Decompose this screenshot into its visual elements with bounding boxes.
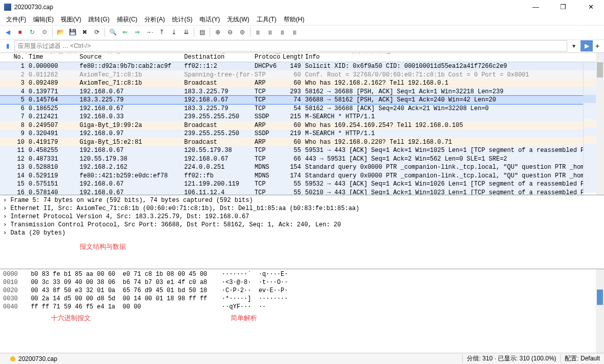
menu-item[interactable]: 视图(V) xyxy=(58,14,84,25)
packet-row[interactable]: 50.145764183.3.225.79192.168.0.67TCP7436… xyxy=(0,96,604,105)
find-icon[interactable]: 🔍 xyxy=(107,27,118,38)
restart-capture-icon[interactable]: ↻ xyxy=(27,27,38,38)
zoom-in-icon[interactable]: ⊕ xyxy=(212,27,223,38)
scrollbar[interactable] xyxy=(596,269,604,353)
menu-item[interactable]: 帮助(H) xyxy=(281,14,308,25)
hex-row[interactable]: 0020 00 43 8f 50 e3 32 01 0a 65 76 d9 45… xyxy=(3,287,601,295)
filter-bar: ▮ ▾ ▶ + xyxy=(0,40,604,53)
menu-item[interactable]: 跳转(G) xyxy=(85,14,112,25)
menu-item[interactable]: 文件(F) xyxy=(3,14,29,25)
packet-row[interactable]: 140.529119fe80::421:b259:e0dc:ef78ff02::… xyxy=(0,171,604,180)
separator xyxy=(105,28,105,37)
col-no[interactable]: No. xyxy=(0,54,27,61)
status-packets: 分组: 310 · 已显示: 310 (100.0%) xyxy=(462,354,560,363)
save-file-icon[interactable]: 💾 xyxy=(67,27,78,38)
col-len[interactable]: Length xyxy=(281,54,303,61)
hex-row[interactable]: 0000 b0 83 fe b1 85 aa 00 60 e0 71 c8 1b… xyxy=(3,270,601,278)
menu-item[interactable]: 工具(T) xyxy=(254,14,280,25)
maximize-button[interactable]: ❐ xyxy=(554,1,572,13)
hex-row[interactable]: 0030 00 2a 14 d5 00 00 d8 5d 00 14 00 01… xyxy=(3,295,601,303)
app-logo-icon xyxy=(4,4,11,11)
menu-item[interactable]: 捕获(C) xyxy=(114,14,141,25)
menu-item[interactable]: 电话(Y) xyxy=(196,14,223,25)
reload-icon[interactable]: ⟳ xyxy=(91,27,103,38)
hex-row[interactable]: 0040 ff ff 71 59 46 f5 e4 1a 00 00 ··qYF… xyxy=(3,303,601,311)
jump-icon[interactable]: →· xyxy=(144,27,155,38)
display-filter-input[interactable] xyxy=(14,40,567,51)
window-title: 20200730.cap xyxy=(14,4,526,11)
packet-minimap[interactable] xyxy=(583,62,596,195)
packet-row[interactable]: 10.000000fe80::d92a:9b7b:cab2:ac9fff02::… xyxy=(0,62,604,71)
packet-row[interactable]: 80.249507Giga-Byt_19:99:2aBroadcastARP60… xyxy=(0,121,604,129)
packet-row[interactable]: 40.139771192.168.0.67183.3.225.79TCP2935… xyxy=(0,87,604,96)
expression-icon[interactable]: ▾ xyxy=(568,40,580,51)
add-filter-button[interactable]: + xyxy=(593,40,602,51)
menu-item[interactable]: 无线(W) xyxy=(224,14,252,25)
options-icon[interactable]: ⚙ xyxy=(39,27,50,38)
go-first-icon[interactable]: ⤒ xyxy=(156,27,167,38)
go-back-icon[interactable]: ⇐ xyxy=(119,27,131,38)
packet-row[interactable]: 30.092489AxiomTec_71:c8:1bBroadcastARP60… xyxy=(0,79,604,88)
packet-row[interactable]: 20.011262AxiomTec_71:c8:1bSpanning-tree-… xyxy=(0,70,604,79)
packet-row[interactable]: 70.212421192.168.0.33239.255.255.250SSDP… xyxy=(0,113,604,121)
menubar: 文件(F)编辑(E)视图(V)跳转(G)捕获(C)分析(A)统计(S)电话(Y)… xyxy=(0,14,604,25)
packet-row[interactable]: 120.487331120.55.179.38192.168.0.67TCP66… xyxy=(0,154,604,163)
packet-row[interactable]: 100.419179Giga-Byt_15:e2:81BroadcastARP6… xyxy=(0,138,604,146)
packet-list-header[interactable]: No. Time Source Destination Protocol Len… xyxy=(0,53,604,62)
packet-row[interactable]: 150.575151192.168.0.67121.199.200.119TCP… xyxy=(0,180,604,189)
start-capture-icon[interactable]: ◀ xyxy=(2,27,13,38)
zoom-out-icon[interactable]: ⊖ xyxy=(224,27,236,38)
col-source[interactable]: Source xyxy=(78,54,182,61)
menu-item[interactable]: 分析(A) xyxy=(141,14,168,25)
detail-line[interactable]: › Transmission Control Protocol, Src Por… xyxy=(3,221,601,229)
colorize-icon[interactable]: ▤ xyxy=(196,27,208,38)
go-fwd-icon[interactable]: ⇒ xyxy=(132,27,143,38)
open-file-icon[interactable]: 📂 xyxy=(55,27,66,38)
status-filename: 20200730.cap xyxy=(18,355,57,362)
resize-cols3-icon[interactable]: ⫼ xyxy=(277,27,288,38)
close-button[interactable]: ✕ xyxy=(582,1,600,13)
menu-item[interactable]: 编辑(E) xyxy=(30,14,57,25)
status-profile: 配置: Default xyxy=(560,354,604,363)
col-time[interactable]: Time xyxy=(27,54,78,61)
detail-line[interactable]: › Data (20 bytes) xyxy=(3,229,601,237)
apply-filter-button[interactable]: ▶ xyxy=(581,40,593,51)
go-last-icon[interactable]: ⤓ xyxy=(168,27,180,38)
packet-row[interactable]: 90.320491192.168.0.97239.255.255.250SSDP… xyxy=(0,129,604,138)
toolbar: ◀ ■ ↻ ⚙ 📂 💾 ✖ ⟳ 🔍 ⇐ ⇒ →· ⤒ ⤓ ⇊ ▤ ⊕ ⊖ ⊜ ⫼… xyxy=(0,25,604,40)
stop-capture-icon[interactable]: ■ xyxy=(14,27,26,38)
col-proto[interactable]: Protocol xyxy=(253,54,281,61)
close-file-icon[interactable]: ✖ xyxy=(79,27,90,38)
detail-line[interactable]: › Ethernet II, Src: AxiomTec_71:c8:1b (0… xyxy=(3,204,601,213)
packet-list-pane[interactable]: 序号 抓包时间 源地址 目标地址 协议类型 长度 报文概要信息 No. Time… xyxy=(0,53,604,195)
resize-cols2-icon[interactable]: ⫼ xyxy=(265,27,276,38)
expert-info-icon[interactable] xyxy=(10,356,15,361)
packet-details-pane[interactable]: › Frame 5: 74 bytes on wire (592 bits), … xyxy=(0,195,604,269)
separator xyxy=(210,28,210,37)
bookmarks-icon[interactable]: ▮ xyxy=(2,40,13,51)
zoom-reset-icon[interactable]: ⊜ xyxy=(237,27,248,38)
hex-row[interactable]: 0010 00 3c 33 09 40 00 38 06 b6 74 b7 03… xyxy=(3,278,601,287)
auto-scroll-icon[interactable]: ⇊ xyxy=(181,27,192,38)
col-dest[interactable]: Destination xyxy=(182,54,253,61)
packet-bytes-pane[interactable]: 0000 b0 83 fe b1 85 aa 00 60 e0 71 c8 1b… xyxy=(0,269,604,353)
separator xyxy=(250,28,250,37)
resize-cols-icon[interactable]: ⫼ xyxy=(253,27,264,38)
menu-item[interactable]: 统计(S) xyxy=(169,14,195,25)
annot-hex: 十六进制报文 xyxy=(51,314,91,322)
packet-row[interactable]: 60.186525192.168.0.67183.3.225.79TCP5458… xyxy=(0,104,604,113)
titlebar: 20200730.cap — ❐ ✕ xyxy=(0,0,604,14)
col-info[interactable]: Info xyxy=(303,54,591,61)
packet-row[interactable]: 110.458255192.168.0.67120.55.179.38TCP55… xyxy=(0,146,604,155)
window-controls: — ❐ ✕ xyxy=(526,1,600,13)
minimize-button[interactable]: — xyxy=(526,1,545,13)
scrollbar[interactable] xyxy=(596,53,604,195)
status-bar: 20200730.cap 分组: 310 · 已显示: 310 (100.0%)… xyxy=(0,353,604,364)
packet-row[interactable]: 160.578140192.168.0.67106.11.12.4TCP5550… xyxy=(0,188,604,195)
detail-line[interactable]: › Internet Protocol Version 4, Src: 183.… xyxy=(3,213,601,221)
packet-row[interactable]: 130.528810192.168.2.162224.0.0.251MDNS15… xyxy=(0,163,604,172)
status-file: 20200730.cap xyxy=(0,355,462,362)
resize-cols4-icon[interactable]: ⫼ xyxy=(289,27,300,38)
detail-line[interactable]: › Frame 5: 74 bytes on wire (592 bits), … xyxy=(3,196,601,204)
annot-parse: 简单解析 xyxy=(231,314,257,322)
